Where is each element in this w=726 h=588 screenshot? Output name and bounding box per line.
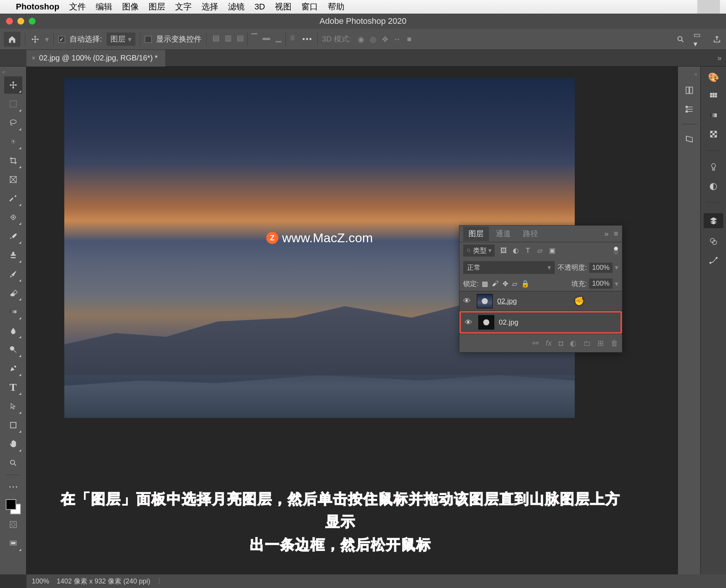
align-top-icon[interactable]: ▔: [249, 32, 260, 43]
swatches-panel-icon[interactable]: [708, 91, 719, 102]
3d-slide-icon[interactable]: ↔: [392, 34, 402, 45]
eraser-tool[interactable]: [4, 284, 22, 302]
menu-select[interactable]: 选择: [202, 1, 218, 12]
filter-image-icon[interactable]: 🖼: [499, 246, 508, 255]
align-right-icon[interactable]: ▤: [235, 32, 246, 43]
align-middle-icon[interactable]: ▬: [261, 32, 272, 43]
delete-layer-icon[interactable]: 🗑: [611, 339, 618, 348]
stamp-tool[interactable]: [4, 246, 22, 264]
new-layer-icon[interactable]: ⊞: [597, 339, 604, 348]
menu-edit[interactable]: 编辑: [96, 1, 112, 12]
tab-layers[interactable]: 图层: [463, 226, 489, 241]
menu-view[interactable]: 视图: [275, 1, 292, 12]
collapse-panel-icon[interactable]: »: [604, 229, 608, 238]
lock-all-icon[interactable]: 🔒: [521, 280, 529, 288]
align-bottom-icon[interactable]: ▁: [273, 32, 284, 43]
lock-pixels-icon[interactable]: ▩: [482, 280, 488, 288]
brush-tool[interactable]: [4, 227, 22, 245]
libraries-panel-icon[interactable]: [684, 133, 695, 145]
opacity-value[interactable]: 100%: [589, 263, 613, 273]
layer-item[interactable]: 👁 02.jpg: [461, 313, 621, 332]
layer-name[interactable]: 02.jpg: [499, 318, 518, 326]
menu-file[interactable]: 文件: [69, 1, 86, 12]
align-left-icon[interactable]: ▤: [211, 32, 222, 43]
auto-select-checkbox[interactable]: [58, 36, 65, 43]
patterns-panel-icon[interactable]: [708, 128, 719, 140]
hand-tool[interactable]: [4, 435, 22, 453]
canvas-area[interactable]: Z www.MacZ.com 图层 通道 路径 » ≡ 类型 ▾: [26, 67, 678, 574]
3d-scale-icon[interactable]: ■: [404, 34, 414, 45]
share-icon[interactable]: [712, 34, 722, 45]
link-layers-icon[interactable]: ⚯: [532, 339, 539, 348]
fill-value[interactable]: 100%: [589, 279, 613, 289]
menu-image[interactable]: 图像: [122, 1, 139, 12]
channels-panel-icon[interactable]: [708, 236, 719, 247]
panel-menu-icon[interactable]: ≡: [614, 229, 618, 238]
workspace-icon[interactable]: ▭ ▾: [693, 34, 704, 45]
visibility-toggle-icon[interactable]: 👁: [463, 297, 472, 305]
auto-select-target-select[interactable]: 图层▾: [107, 32, 135, 46]
layer-filter-kind-select[interactable]: 类型 ▾: [463, 244, 495, 257]
show-transform-checkbox[interactable]: [145, 36, 152, 43]
expand-panels-icon[interactable]: «: [694, 71, 697, 77]
shape-tool[interactable]: [4, 416, 22, 434]
gradient-tool[interactable]: [4, 303, 22, 320]
menu-window[interactable]: 窗口: [301, 1, 318, 12]
layer-name[interactable]: 02.jpg: [497, 297, 517, 305]
minimize-button[interactable]: [17, 18, 24, 25]
pen-tool[interactable]: [4, 360, 22, 377]
marquee-tool[interactable]: [4, 95, 22, 113]
lock-artboard-icon[interactable]: ▱: [512, 280, 517, 288]
frame-tool[interactable]: [4, 171, 22, 188]
layer-thumbnail[interactable]: [478, 315, 494, 330]
zoom-level[interactable]: 100%: [32, 577, 49, 585]
app-name[interactable]: Photoshop: [16, 2, 59, 12]
visibility-toggle-icon[interactable]: 👁: [465, 318, 474, 327]
history-brush-tool[interactable]: [4, 265, 22, 283]
paths-panel-icon[interactable]: [708, 255, 719, 266]
blend-mode-select[interactable]: 正常▾: [463, 261, 555, 274]
tab-paths[interactable]: 路径: [518, 226, 543, 241]
3d-orbit-icon[interactable]: ◉: [355, 34, 366, 45]
layer-item[interactable]: 👁 02.jpg ✊: [459, 291, 622, 311]
eyedropper-tool[interactable]: [4, 190, 22, 207]
properties-panel-icon[interactable]: [684, 104, 695, 115]
history-panel-icon[interactable]: [684, 85, 695, 96]
layer-mask-icon[interactable]: ◘: [558, 339, 563, 348]
adjustments-panel-icon[interactable]: ◐: [708, 180, 719, 192]
gradients-panel-icon[interactable]: [708, 110, 719, 121]
lasso-tool[interactable]: [4, 114, 22, 132]
3d-pan-icon[interactable]: ✥: [380, 34, 390, 45]
layers-panel-icon[interactable]: [704, 213, 723, 228]
menu-layer[interactable]: 图层: [149, 1, 165, 12]
close-button[interactable]: [6, 18, 13, 25]
color-panel-icon[interactable]: 🎨: [708, 72, 719, 83]
layer-thumbnail[interactable]: [477, 294, 493, 308]
distribute-h-icon[interactable]: ⫼: [287, 32, 298, 43]
3d-roll-icon[interactable]: ◎: [368, 34, 378, 45]
filter-smart-icon[interactable]: ▣: [548, 246, 557, 255]
menu-type[interactable]: 文字: [175, 1, 192, 12]
screen-mode-icon[interactable]: [4, 535, 22, 552]
type-tool[interactable]: T: [4, 379, 22, 396]
tab-channels[interactable]: 通道: [490, 226, 516, 241]
menu-help[interactable]: 帮助: [328, 1, 344, 12]
menu-3d[interactable]: 3D: [254, 2, 265, 12]
learn-panel-icon[interactable]: [708, 161, 719, 173]
maximize-button[interactable]: [29, 18, 36, 25]
quick-mask-icon[interactable]: [4, 516, 22, 533]
align-center-h-icon[interactable]: ▥: [223, 32, 234, 43]
color-swatch[interactable]: [6, 499, 21, 514]
adjustment-layer-icon[interactable]: ◐: [570, 339, 576, 348]
more-options-icon[interactable]: •••: [302, 35, 313, 43]
edit-toolbar-icon[interactable]: ⋯: [4, 478, 22, 495]
document-tab[interactable]: × 02.jpg @ 100% (02.jpg, RGB/16*) *: [26, 50, 165, 67]
filter-shape-icon[interactable]: ▱: [535, 246, 544, 255]
close-tab-icon[interactable]: ×: [32, 55, 35, 62]
lock-position-icon[interactable]: ✥: [503, 280, 508, 288]
expand-tab-icon[interactable]: »: [717, 54, 721, 62]
filter-toggle[interactable]: [614, 246, 618, 255]
lock-paint-icon[interactable]: 🖌: [492, 280, 499, 288]
healing-tool[interactable]: [4, 209, 22, 226]
move-tool[interactable]: [4, 76, 22, 94]
